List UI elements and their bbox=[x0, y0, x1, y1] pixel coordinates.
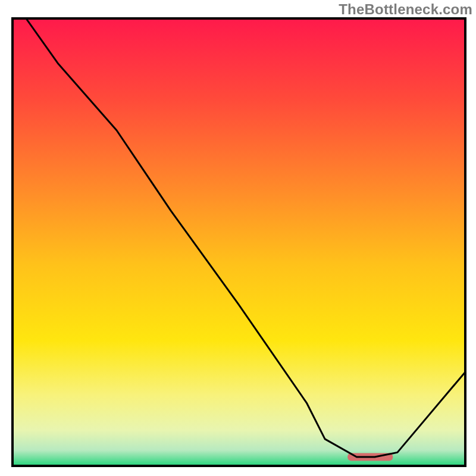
watermark-text: TheBottleneck.com bbox=[339, 1, 472, 18]
bottleneck-chart bbox=[0, 0, 476, 476]
plot-background-gradient bbox=[12, 18, 465, 466]
chart-stage: TheBottleneck.com bbox=[0, 0, 476, 476]
